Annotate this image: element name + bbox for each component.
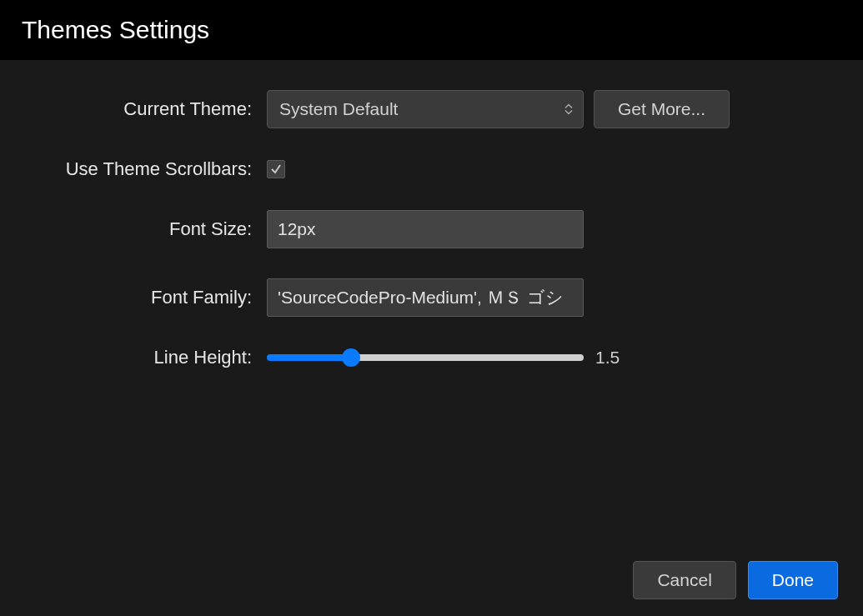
label-use-theme-scrollbars: Use Theme Scrollbars:	[25, 158, 267, 180]
font-family-input[interactable]	[267, 278, 584, 317]
current-theme-value: System Default	[279, 99, 398, 119]
label-line-height: Line Height:	[25, 347, 267, 368]
row-use-theme-scrollbars: Use Theme Scrollbars:	[25, 158, 838, 180]
settings-form: Current Theme: System Default Get More..…	[0, 60, 863, 368]
font-size-input[interactable]	[267, 210, 584, 248]
dialog-title: Themes Settings	[22, 16, 209, 44]
row-current-theme: Current Theme: System Default Get More..…	[25, 90, 838, 128]
line-height-slider[interactable]	[267, 354, 584, 361]
get-more-button[interactable]: Get More...	[594, 90, 730, 128]
row-font-size: Font Size:	[25, 210, 838, 248]
current-theme-select[interactable]: System Default	[267, 90, 584, 128]
line-height-value: 1.5	[595, 348, 620, 368]
cancel-button[interactable]: Cancel	[633, 561, 735, 599]
titlebar: Themes Settings	[0, 0, 863, 60]
checkmark-icon	[270, 163, 282, 175]
label-font-size: Font Size:	[25, 218, 267, 240]
select-updown-icon	[564, 104, 573, 115]
dialog-footer: Cancel Done	[633, 561, 838, 599]
row-line-height: Line Height: 1.5	[25, 347, 838, 368]
label-current-theme: Current Theme:	[25, 98, 267, 120]
use-theme-scrollbars-checkbox[interactable]	[267, 160, 285, 178]
label-font-family: Font Family:	[25, 287, 267, 308]
row-font-family: Font Family:	[25, 278, 838, 317]
done-button[interactable]: Done	[748, 561, 838, 599]
